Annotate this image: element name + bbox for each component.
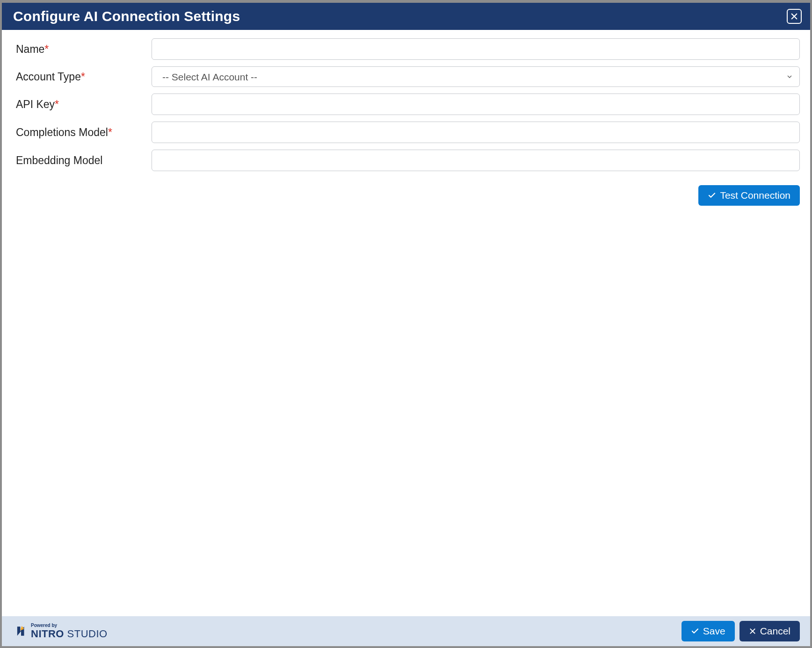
row-embedding-model: Embedding Model — [16, 150, 800, 171]
check-icon — [691, 627, 699, 635]
test-connection-label: Test Connection — [720, 190, 790, 201]
save-label: Save — [703, 626, 725, 637]
form-area: Name* Account Type* -- Select AI Account… — [2, 30, 810, 616]
save-button[interactable]: Save — [682, 621, 735, 641]
label-api-key-text: API Key — [16, 98, 55, 110]
label-name-text: Name — [16, 43, 44, 55]
cancel-label: Cancel — [760, 626, 790, 637]
account-type-select-wrap: -- Select AI Account -- — [152, 66, 800, 87]
embedding-model-input[interactable] — [152, 150, 800, 171]
check-icon — [708, 191, 716, 200]
brand-logo-icon — [15, 625, 27, 637]
label-account-type: Account Type* — [16, 71, 152, 83]
required-marker: * — [44, 43, 49, 55]
dialog-title: Configure AI Connection Settings — [13, 8, 240, 24]
test-connection-button[interactable]: Test Connection — [698, 185, 800, 206]
required-marker: * — [81, 71, 85, 83]
label-account-type-text: Account Type — [16, 71, 81, 83]
title-bar: Configure AI Connection Settings — [2, 3, 810, 30]
brand-text: Powered by NITRO STUDIO — [31, 623, 108, 639]
brand-name-rest: STUDIO — [64, 628, 108, 640]
api-key-input[interactable] — [152, 94, 800, 115]
footer-buttons: Save Cancel — [682, 621, 800, 641]
label-completions-model: Completions Model* — [16, 126, 152, 139]
required-marker: * — [55, 98, 59, 110]
required-marker: * — [108, 126, 112, 138]
label-embedding-model: Embedding Model — [16, 154, 152, 167]
row-name: Name* — [16, 38, 800, 60]
close-icon — [790, 12, 798, 21]
close-button[interactable] — [787, 9, 802, 24]
dialog-window: Configure AI Connection Settings Name* A… — [0, 0, 812, 648]
cancel-button[interactable]: Cancel — [740, 621, 800, 641]
label-embedding-model-text: Embedding Model — [16, 154, 102, 166]
label-completions-model-text: Completions Model — [16, 126, 108, 138]
account-type-select[interactable]: -- Select AI Account -- — [152, 66, 800, 87]
completions-model-input[interactable] — [152, 122, 800, 143]
brand-name: NITRO STUDIO — [31, 629, 108, 639]
test-connection-row: Test Connection — [16, 185, 800, 206]
brand-name-bold: NITRO — [31, 628, 64, 640]
label-api-key: API Key* — [16, 98, 152, 111]
row-completions-model: Completions Model* — [16, 122, 800, 143]
row-account-type: Account Type* -- Select AI Account -- — [16, 66, 800, 87]
brand-powered-by: Powered by — [31, 623, 108, 628]
name-input[interactable] — [152, 38, 800, 60]
close-icon — [749, 627, 756, 635]
row-api-key: API Key* — [16, 94, 800, 115]
footer-bar: Powered by NITRO STUDIO Save — [2, 616, 810, 646]
brand: Powered by NITRO STUDIO — [15, 623, 108, 639]
label-name: Name* — [16, 43, 152, 56]
